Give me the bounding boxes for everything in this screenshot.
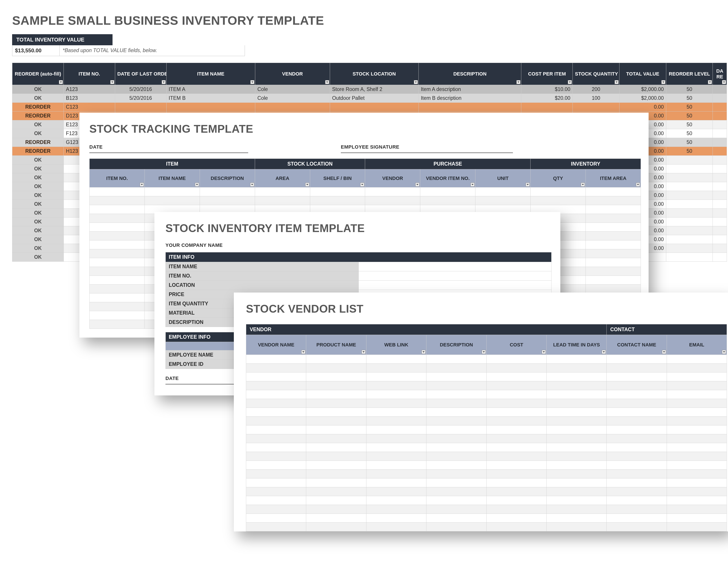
cell-extra[interactable] xyxy=(713,235,727,244)
filter-dropdown-icon[interactable] xyxy=(516,80,520,84)
cell[interactable] xyxy=(546,381,606,390)
cell[interactable] xyxy=(366,390,426,399)
cell[interactable] xyxy=(366,381,426,390)
cell[interactable] xyxy=(306,487,366,496)
cell[interactable] xyxy=(366,364,426,373)
cell-item-no[interactable]: B123 xyxy=(64,94,115,103)
cell[interactable] xyxy=(546,487,606,496)
filter-dropdown-icon[interactable] xyxy=(422,350,426,354)
cell[interactable] xyxy=(366,443,426,452)
cell[interactable] xyxy=(586,187,641,196)
cell-extra[interactable] xyxy=(713,226,727,235)
table-row[interactable] xyxy=(246,408,727,417)
cell[interactable] xyxy=(426,399,486,408)
cell-reorder-level[interactable] xyxy=(666,217,713,226)
cell[interactable] xyxy=(366,452,426,461)
col-header[interactable]: ITEM NO. xyxy=(64,63,115,85)
cell[interactable] xyxy=(306,408,366,417)
cell-desc[interactable] xyxy=(418,103,521,111)
cell[interactable] xyxy=(607,470,667,478)
cell[interactable] xyxy=(667,399,727,408)
cell-extra[interactable] xyxy=(713,94,727,103)
cell[interactable] xyxy=(586,223,641,231)
cell[interactable] xyxy=(667,364,727,373)
cell[interactable] xyxy=(246,487,306,496)
cell[interactable] xyxy=(546,399,606,408)
cell[interactable] xyxy=(246,452,306,461)
cell-cost[interactable]: $20.00 xyxy=(521,94,573,103)
cell[interactable] xyxy=(546,408,606,417)
cell[interactable] xyxy=(486,443,546,452)
table-row[interactable] xyxy=(90,187,641,196)
col-header[interactable]: DESCRIPTION xyxy=(418,63,521,85)
cell-reorder-level[interactable]: 50 xyxy=(666,129,713,138)
cell-reorder-level[interactable] xyxy=(666,191,713,200)
col-header[interactable]: UNIT xyxy=(475,169,531,187)
cell[interactable] xyxy=(607,426,667,434)
cell[interactable] xyxy=(667,355,727,364)
cell-reorder-level[interactable] xyxy=(666,235,713,244)
cell[interactable] xyxy=(607,443,667,452)
cell-item-no[interactable]: A123 xyxy=(64,85,115,94)
col-header[interactable]: VENDOR ITEM NO. xyxy=(420,169,475,187)
cell[interactable] xyxy=(246,364,306,373)
cell-location[interactable] xyxy=(330,103,418,111)
field-input[interactable] xyxy=(358,271,552,280)
cell[interactable] xyxy=(607,461,667,470)
col-header[interactable]: TOTAL VALUE xyxy=(619,63,666,85)
cell[interactable] xyxy=(426,514,486,523)
col-header[interactable]: VENDOR xyxy=(255,63,330,85)
cell[interactable] xyxy=(366,505,426,514)
table-row[interactable] xyxy=(246,470,727,478)
filter-dropdown-icon[interactable] xyxy=(568,80,572,84)
table-row[interactable] xyxy=(246,381,727,390)
cell[interactable] xyxy=(255,196,310,205)
cell-item-no[interactable]: C123 xyxy=(64,103,115,111)
cell[interactable] xyxy=(607,478,667,487)
cell[interactable] xyxy=(486,461,546,470)
cell-extra[interactable] xyxy=(713,111,727,120)
cell[interactable] xyxy=(306,470,366,478)
cell[interactable] xyxy=(366,478,426,487)
col-header[interactable]: REORDER (auto-fill) xyxy=(12,63,64,85)
cell[interactable] xyxy=(586,249,641,258)
cell-extra[interactable] xyxy=(713,85,727,94)
cell[interactable] xyxy=(667,408,727,417)
cell-extra[interactable] xyxy=(713,103,727,111)
cell[interactable] xyxy=(486,355,546,364)
cell[interactable] xyxy=(306,373,366,381)
cell-reorder-level[interactable] xyxy=(666,173,713,182)
cell[interactable] xyxy=(306,443,366,452)
cell[interactable] xyxy=(365,187,420,196)
filter-dropdown-icon[interactable] xyxy=(360,182,364,186)
cell[interactable] xyxy=(90,258,145,267)
cell[interactable] xyxy=(90,240,145,249)
col-header[interactable]: ITEM NAME xyxy=(166,63,255,85)
filter-dropdown-icon[interactable] xyxy=(722,350,726,354)
cell[interactable] xyxy=(546,373,606,381)
inventory-row[interactable]: REORDER C123 0.00 50 xyxy=(12,103,727,111)
cell[interactable] xyxy=(546,426,606,434)
col-header[interactable]: COST xyxy=(486,335,546,355)
cell-vendor[interactable]: Cole xyxy=(255,85,330,94)
cell[interactable] xyxy=(306,399,366,408)
cell[interactable] xyxy=(426,364,486,373)
cell[interactable] xyxy=(607,434,667,443)
cell-reorder-level[interactable] xyxy=(666,156,713,164)
cell[interactable] xyxy=(306,514,366,523)
filter-dropdown-icon[interactable] xyxy=(662,350,666,354)
cell[interactable] xyxy=(246,381,306,390)
cell[interactable] xyxy=(607,381,667,390)
cell[interactable] xyxy=(200,187,255,196)
cell[interactable] xyxy=(246,514,306,523)
cell[interactable] xyxy=(667,443,727,452)
cell-vendor[interactable] xyxy=(255,103,330,111)
col-header[interactable]: EMAIL xyxy=(667,335,727,355)
cell-reorder-level[interactable] xyxy=(666,200,713,209)
filter-dropdown-icon[interactable] xyxy=(325,80,329,84)
filter-dropdown-icon[interactable] xyxy=(708,80,712,84)
filter-dropdown-icon[interactable] xyxy=(162,80,166,84)
cell[interactable] xyxy=(546,355,606,364)
cell[interactable] xyxy=(667,523,727,531)
cell[interactable] xyxy=(426,478,486,487)
